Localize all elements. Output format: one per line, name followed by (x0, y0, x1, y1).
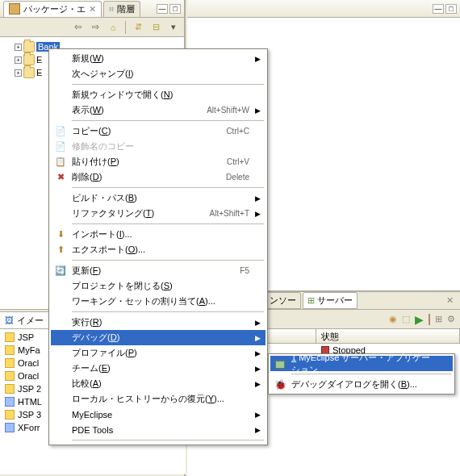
tab-label: 階層 (117, 3, 135, 15)
menu-icon: 🔄 (52, 265, 69, 276)
package-icon (9, 3, 20, 15)
connect-icon[interactable]: ◉ (389, 314, 397, 324)
menu-item[interactable]: 新規ウィンドウで開く(N) (51, 87, 266, 102)
maximize-button[interactable]: □ (445, 4, 457, 14)
menu-accelerator: Alt+Shift+T (210, 209, 249, 218)
minimize-button[interactable]: — (157, 4, 168, 14)
collapse-button[interactable]: ⊟ (148, 20, 163, 35)
item-label: XForr (18, 423, 40, 432)
expander-icon[interactable]: + (15, 69, 22, 77)
menu-item: 📄修飾名のコピー (51, 139, 266, 154)
html-icon (5, 397, 15, 407)
item-label: Oracl (18, 371, 39, 381)
debug-submenu: 1 MyEclipse サーバー・アプリケーション🐞デバッグダイアログを開く(B… (268, 353, 455, 395)
close-icon[interactable]: ✕ (446, 295, 454, 306)
menu-label: プロファイル(P) (69, 347, 249, 359)
home-button[interactable]: ⌂ (106, 20, 120, 35)
run-icon[interactable]: ▶ (415, 313, 424, 326)
item-label: HTML (18, 397, 42, 407)
submenu-arrow-icon: ▶ (255, 380, 261, 388)
image-icon: 🖼 (5, 315, 14, 325)
item-label: Oracl (18, 358, 39, 368)
submenu-label: 1 MyEclipse サーバー・アプリケーション (288, 352, 437, 376)
menu-item[interactable]: ワーキング・セットの割り当て(A)... (51, 294, 266, 309)
item-label: JSP (18, 332, 34, 342)
tab-label: サーバー (317, 294, 353, 307)
pkg-toolbar: ⇦ ⇨ ⌂ ⇵ ⊟ ▾ (0, 18, 184, 37)
profile-icon[interactable]: ⚙ (447, 314, 455, 324)
menu-accelerator: Ctrl+V (227, 157, 249, 166)
link-button[interactable]: ⇵ (131, 20, 145, 35)
menu-label: ビルド・パス(B) (69, 192, 249, 204)
menu-item[interactable]: 表示(W)Alt+Shift+W▶ (51, 102, 266, 118)
menu-item[interactable]: ⬆エクスポート(O)... (51, 242, 266, 257)
jsp-icon (5, 332, 15, 342)
submenu-arrow-icon: ▶ (255, 106, 261, 115)
stop-icon[interactable] (429, 315, 430, 324)
back-button[interactable]: ⇦ (70, 20, 85, 35)
menu-item[interactable]: ローカル・ヒストリーからの復元(Y)... (51, 391, 266, 407)
forward-button[interactable]: ⇨ (88, 20, 102, 35)
menu-icon: 📄 (52, 126, 69, 136)
menu-item[interactable]: リファクタリング(T)Alt+Shift+T▶ (51, 206, 266, 221)
menu-label: 比較(A) (69, 378, 249, 390)
submenu-arrow-icon: ▶ (255, 365, 261, 373)
submenu-item[interactable]: 🐞デバッグダイアログを開く(B)... (270, 377, 453, 392)
pkg-explorer-tabs: パッケージ・エ ✕ ⌗ 階層 — □ (0, 0, 184, 18)
jsp-icon (5, 410, 15, 420)
submenu-arrow-icon: ▶ (255, 411, 261, 419)
menu-label: MyEclipse (69, 410, 249, 420)
publish-icon[interactable]: ⬚ (402, 314, 410, 324)
menu-item[interactable]: チーム(E)▶ (51, 361, 266, 376)
menu-icon: ⬆ (52, 244, 69, 255)
tab-package-explorer[interactable]: パッケージ・エ ✕ (3, 1, 102, 17)
jsp-icon (5, 358, 15, 368)
submenu-item[interactable]: 1 MyEclipse サーバー・アプリケーション (270, 356, 453, 371)
close-icon[interactable]: ✕ (89, 4, 96, 15)
menu-icon: ⬇ (52, 229, 69, 240)
menu-item[interactable]: 📋貼り付け(P)Ctrl+V (51, 154, 266, 169)
menu-item[interactable]: 🔄更新(F)F5 (51, 263, 266, 278)
menu-item[interactable]: プロファイル(P)▶ (51, 345, 266, 361)
menu-item[interactable]: プロジェクトを閉じる(S) (51, 278, 266, 294)
menu-label: 更新(F) (69, 265, 240, 277)
menu-label: ワーキング・セットの割り当て(A)... (69, 295, 249, 307)
expander-icon[interactable]: + (15, 44, 22, 51)
menu-label: 削除(D) (69, 171, 226, 183)
html-icon (5, 423, 15, 432)
submenu-arrow-icon: ▶ (255, 334, 261, 342)
minimize-button[interactable]: — (433, 4, 444, 14)
menu-item[interactable]: 次へジャンプ(I) (51, 66, 266, 81)
menu-label: PDE Tools (69, 425, 249, 435)
menu-item[interactable]: MyEclipse▶ (51, 407, 266, 422)
tab-servers[interactable]: ⊞ サーバー (303, 292, 358, 309)
menu-item[interactable]: ビルド・パス(B)▶ (51, 190, 266, 206)
menu-item[interactable]: 📄コピー(C)Ctrl+C (51, 123, 266, 139)
item-label: JSP 3 (18, 410, 41, 420)
menu-item[interactable]: 新規(W)▶ (51, 51, 266, 66)
menu-button[interactable]: ▾ (166, 20, 181, 35)
menu-item[interactable]: デバッグ(D)▶ (51, 330, 266, 345)
server-app-icon (275, 361, 285, 369)
tab-hierarchy[interactable]: ⌗ 階層 (103, 1, 140, 17)
context-menu: 新規(W)▶次へジャンプ(I)新規ウィンドウで開く(N)表示(W)Alt+Shi… (48, 48, 268, 445)
menu-item[interactable]: 比較(A)▶ (51, 376, 266, 391)
tree-label: E (36, 55, 42, 65)
menu-label: プロジェクトを閉じる(S) (69, 280, 249, 292)
expander-icon[interactable]: + (15, 56, 22, 64)
add-server-icon[interactable]: ⊞ (435, 314, 442, 324)
menu-accelerator: Delete (226, 173, 249, 182)
menu-icon: ✖ (52, 172, 69, 182)
submenu-arrow-icon: ▶ (255, 55, 261, 63)
menu-item[interactable]: ⬇インポート(I)... (51, 227, 266, 242)
menu-item[interactable]: ✖削除(D)Delete (51, 169, 266, 185)
maximize-button[interactable]: □ (169, 4, 181, 14)
menu-label: デバッグ(D) (69, 332, 249, 344)
menu-item[interactable]: PDE Tools▶ (51, 422, 266, 437)
menu-label: 実行(R) (69, 316, 249, 328)
jsp-icon (5, 384, 15, 394)
item-label: JSP 2 (18, 384, 41, 394)
menu-item[interactable]: 実行(R)▶ (51, 315, 266, 330)
submenu-arrow-icon: ▶ (255, 349, 261, 357)
col-status[interactable]: 状態 (316, 329, 460, 343)
